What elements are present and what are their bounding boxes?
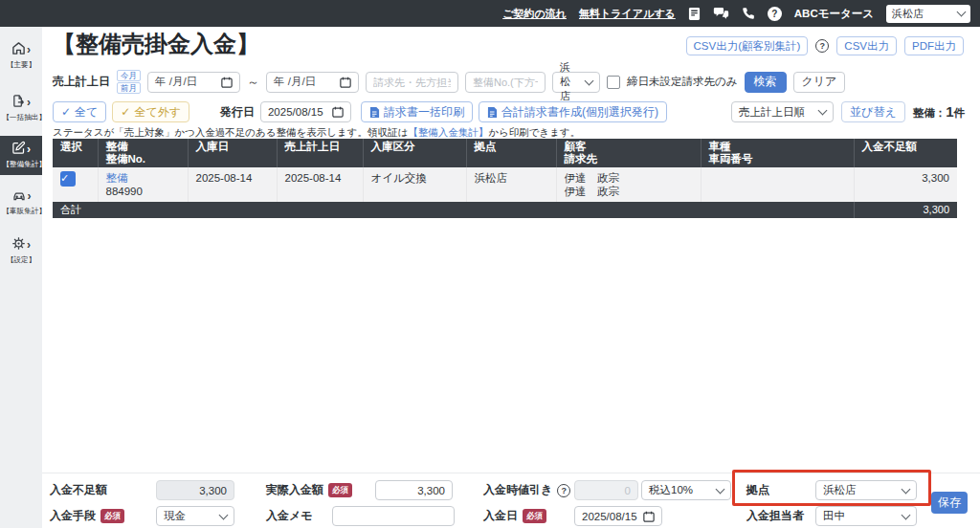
chevron-down-icon — [716, 484, 725, 494]
clear-button[interactable]: クリア — [793, 72, 846, 93]
phone-icon[interactable] — [742, 7, 755, 20]
sidebar-item-label: 【一括抽出】 — [2, 113, 40, 123]
home-icon — [11, 41, 26, 59]
form-divider — [42, 473, 980, 473]
closing-date-checkbox[interactable] — [607, 76, 620, 89]
cell-kyoten: 浜松店 — [466, 167, 556, 202]
export-buttons: CSV出力(顧客別集計) ? CSV出力 PDF出力 — [686, 36, 964, 55]
method-select[interactable]: 現金 — [156, 506, 234, 526]
help-icon[interactable]: ? — [815, 39, 829, 53]
cell-sales-date: 2025-08-14 — [277, 167, 363, 202]
range-tilde: ～ — [247, 74, 259, 91]
invoice-batch-print-button[interactable]: 請求書一括印刷 — [361, 101, 473, 122]
sidebar-item-main[interactable]: › 【主要】 — [0, 36, 42, 76]
last-month-button[interactable]: 前月 — [117, 82, 141, 94]
contract-flow-link[interactable]: ご契約の流れ — [502, 7, 567, 21]
cell-select — [53, 167, 98, 202]
payment-date-input[interactable]: 2025/08/15 — [574, 506, 662, 526]
topbar: ご契約の流れ 無料トライアルする ? ABCモータース 浜松店 — [0, 0, 980, 27]
method-field: 現金 — [156, 506, 234, 526]
csv-export-button[interactable]: CSV出力 — [836, 36, 897, 55]
shortfall-field: 3,300 — [156, 480, 234, 500]
chevron-down-icon — [818, 106, 828, 116]
billing-name: 伊達 政宗 — [565, 185, 693, 198]
calendar-icon — [340, 77, 351, 88]
sidebar-item-car-sales-summary[interactable]: › 【車販集計】 — [0, 183, 42, 222]
memo-input[interactable] — [332, 506, 455, 526]
select-all-button[interactable]: ✓ 全て — [53, 101, 106, 122]
save-button[interactable]: 保存 — [931, 492, 968, 514]
search-button[interactable]: 検索 — [745, 72, 787, 93]
help-icon[interactable]: ? — [557, 484, 570, 497]
discount-field: 0 — [574, 480, 638, 500]
store-select[interactable]: 浜松店 — [886, 5, 970, 23]
required-badge: 必須 — [328, 483, 352, 497]
store-filter-select[interactable]: 浜松店 — [552, 72, 600, 93]
chevron-right-icon: › — [28, 190, 32, 202]
discount-input[interactable]: 0 — [574, 480, 638, 500]
tax-field: 税込10% — [641, 480, 731, 500]
help-icon[interactable]: ? — [768, 7, 782, 21]
cell-shortfall: 3,300 — [854, 167, 957, 202]
calendar-icon — [332, 106, 344, 118]
tax-select[interactable]: 税込10% — [641, 480, 731, 500]
col-nyuko-date: 入庫日 — [188, 139, 277, 167]
total-value: 3,300 — [854, 202, 957, 218]
export-document-icon — [11, 94, 26, 112]
row-checkbox-checked[interactable] — [60, 171, 76, 187]
col-seibi: 整備 整備No. — [98, 139, 188, 167]
store-select-value: 浜松店 — [892, 7, 924, 21]
sort-order-select[interactable]: 売上計上日順 — [731, 101, 834, 122]
payment-date-label: 入金日 必須 — [483, 506, 546, 526]
memo-field — [332, 506, 455, 526]
col-select: 選択 — [53, 139, 98, 167]
car-document-icon — [11, 187, 27, 206]
record-count-value: 1 — [946, 103, 953, 120]
invoice-icon[interactable] — [688, 7, 701, 21]
check-icon: ✓ — [61, 105, 71, 119]
sidebar-item-seibi-summary[interactable]: › 【整備集計】 — [0, 136, 42, 175]
issue-date-input[interactable]: 2025/08/15 — [260, 101, 351, 122]
billing-contact-input[interactable] — [366, 72, 458, 93]
col-customer: 顧客 請求先 — [556, 139, 701, 167]
sales-date-to-input[interactable]: 年 /月/日 — [266, 72, 359, 93]
sidebar-item-label: 【設定】 — [2, 255, 40, 266]
chat-icon[interactable] — [713, 7, 729, 20]
this-month-button[interactable]: 今月 — [117, 70, 141, 81]
csv-export-by-customer-button[interactable]: CSV出力(顧客別集計) — [686, 36, 809, 55]
table-row: 整備 884990 2025-08-14 2025-08-14 オイル交換 浜松… — [53, 167, 957, 202]
chevron-down-icon — [585, 76, 594, 85]
kyoten-label: 拠点 — [746, 480, 769, 500]
actual-amount-input[interactable] — [375, 480, 453, 500]
memo-label: 入金メモ — [266, 506, 313, 526]
method-label: 入金手段 必須 — [50, 506, 124, 526]
free-trial-link[interactable]: 無料トライアルする — [579, 7, 676, 21]
col-kyoten: 拠点 — [466, 139, 556, 167]
chevron-right-icon: › — [27, 44, 31, 55]
gear-icon — [11, 236, 26, 254]
calendar-icon — [643, 511, 655, 522]
staff-select[interactable]: 田中 — [815, 506, 917, 526]
customer-name: 伊達 政宗 — [565, 171, 693, 185]
kyoten-select[interactable]: 浜松店 — [815, 480, 917, 500]
seibi-link[interactable]: 整備 — [106, 171, 180, 185]
cell-nyuko-kubun: オイル交換 — [363, 167, 466, 202]
seibi-no-input[interactable] — [465, 72, 546, 93]
required-badge: 必須 — [523, 509, 546, 523]
calendar-icon — [221, 77, 233, 88]
pdf-export-button[interactable]: PDF出力 — [904, 36, 964, 55]
deselect-all-button[interactable]: ✓ 全て外す — [112, 101, 189, 122]
check-icon: ✓ — [121, 105, 130, 119]
sidebar-item-settings[interactable]: › 【設定】 — [0, 231, 42, 271]
edit-document-icon — [11, 141, 26, 159]
total-invoice-create-button[interactable]: 合計請求書作成(個別選択発行) — [479, 101, 667, 122]
pdf-file-icon — [487, 106, 498, 119]
sidebar-item-batch-extract[interactable]: › 【一括抽出】 — [0, 89, 42, 128]
sales-date-from-input[interactable]: 年 /月/日 — [147, 72, 240, 93]
seibi-no: 884990 — [106, 185, 180, 198]
closing-date-checkbox-label: 締日未設定請求先のみ — [627, 75, 738, 89]
seibi-payment-summary-link[interactable]: 【整備入金集計】 — [408, 126, 488, 138]
sort-button[interactable]: 並び替え — [841, 101, 905, 122]
sidebar: › 【主要】 › 【一括抽出】 › 【整備集計】 › 【車販集計】 › 【設定】 — [0, 27, 42, 528]
kyoten-field: 浜松店 — [815, 480, 917, 500]
